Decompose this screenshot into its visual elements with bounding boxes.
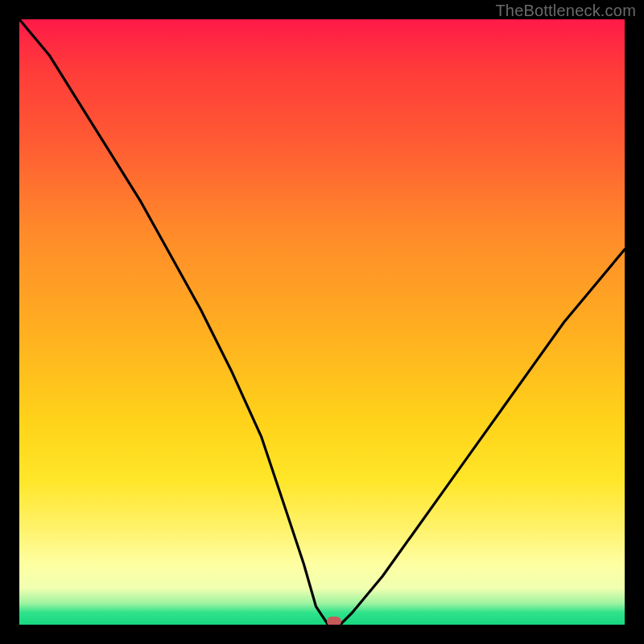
- chart-frame: TheBottleneck.com: [0, 0, 644, 644]
- optimum-marker: [327, 617, 341, 625]
- bottleneck-curve: [19, 19, 625, 625]
- watermark-text: TheBottleneck.com: [495, 2, 636, 20]
- plot-area: [19, 19, 625, 625]
